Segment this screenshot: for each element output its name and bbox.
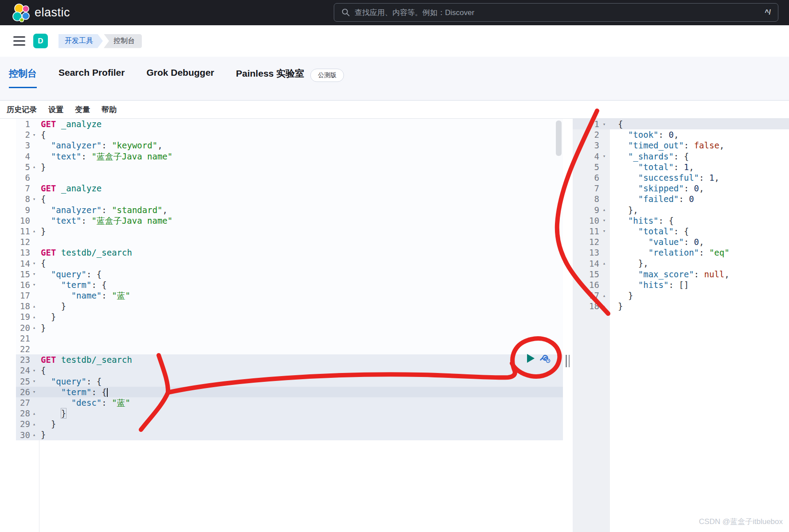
response-line: 12 "value": 0, — [573, 237, 789, 247]
editor-line[interactable]: 8▾{ — [16, 194, 563, 204]
line-number: 27 — [16, 398, 30, 408]
fold-toggle-icon[interactable]: ▾ — [30, 282, 38, 287]
editor-line[interactable]: 29▴ } — [16, 419, 563, 429]
fold-toggle-icon[interactable]: ▾ — [30, 260, 38, 266]
editor-line[interactable]: 9 "analyzer": "standard", — [16, 205, 563, 215]
editor-line[interactable]: 4 "text": "蓝盒子Java name" — [16, 151, 563, 162]
fold-toggle-icon[interactable]: ▾ — [599, 217, 609, 223]
fold-toggle-icon[interactable]: ▾ — [599, 121, 609, 127]
line-number: 15 — [16, 269, 30, 279]
response-viewer[interactable]: 1▾{2 "took": 0,3 "timed_out": false,4▾ "… — [573, 119, 789, 311]
editor-line[interactable]: 28▴ } — [16, 408, 563, 419]
request-editor[interactable]: 1GET _analyze2▾{3 "analyzer": "keyword",… — [16, 119, 563, 440]
fold-toggle-icon[interactable]: ▴ — [599, 260, 609, 266]
fold-toggle-icon[interactable]: ▾ — [30, 389, 38, 395]
tab-painless-lab[interactable]: Painless 实验室 — [236, 67, 304, 87]
help-link[interactable]: 帮助 — [102, 105, 117, 115]
settings-link[interactable]: 设置 — [48, 105, 63, 115]
code-text: "hits": { — [609, 215, 789, 226]
editor-line[interactable]: 22 — [16, 344, 563, 354]
fold-toggle-icon[interactable]: ▴ — [30, 314, 38, 320]
editor-line[interactable]: 14▾{ — [16, 258, 563, 268]
editor-line[interactable]: 17 "name": "蓝" — [16, 290, 563, 301]
fold-toggle-icon[interactable]: ▴ — [599, 207, 609, 213]
line-number: 5 — [573, 162, 599, 172]
code-text: "name": "蓝" — [38, 290, 563, 301]
editor-line[interactable]: 21 — [16, 333, 563, 344]
fold-toggle-icon[interactable]: ▾ — [30, 132, 38, 138]
editor-line[interactable]: 26▾ "term": { — [16, 387, 563, 397]
line-number: 30 — [16, 430, 30, 440]
editor-line[interactable]: 24▾{ — [16, 365, 563, 376]
fold-toggle-icon[interactable]: ▴ — [30, 228, 38, 234]
code-text: "successful": 1, — [609, 172, 789, 183]
editor-line[interactable]: 3 "analyzer": "keyword", — [16, 140, 563, 151]
elastic-logo[interactable]: elastic — [12, 4, 70, 22]
csdn-watermark: CSDN @蓝盒子itbluebox — [699, 516, 783, 527]
fold-toggle-icon[interactable]: ▴ — [30, 303, 38, 309]
editor-scrollbar[interactable] — [556, 120, 562, 156]
code-text: { — [38, 194, 563, 204]
fold-toggle-icon[interactable]: ▴ — [30, 325, 38, 330]
panel-resize-handle[interactable] — [566, 355, 570, 367]
fold-toggle-icon[interactable]: ▾ — [599, 153, 609, 159]
editor-line[interactable]: 1GET _analyze — [16, 119, 563, 129]
response-line: 8 "failed": 0 — [573, 194, 789, 204]
editor-line[interactable]: 18▴ } — [16, 301, 563, 311]
tab-grok-debugger[interactable]: Grok Debugger — [146, 67, 214, 85]
tab-console[interactable]: 控制台 — [9, 67, 37, 88]
line-number: 20 — [16, 323, 30, 333]
code-text: "max_score": null, — [609, 269, 789, 280]
response-line: 11▾ "total": { — [573, 226, 789, 237]
tab-search-profiler[interactable]: Search Profiler — [59, 67, 125, 85]
fold-toggle-icon[interactable]: ▴ — [30, 411, 38, 416]
fold-toggle-icon[interactable]: ▴ — [30, 432, 38, 438]
line-number: 14 — [16, 259, 30, 268]
code-text: "skipped": 0, — [609, 183, 789, 194]
editor-line[interactable]: 12 — [16, 237, 563, 247]
editor-line[interactable]: 25▾ "query": { — [16, 376, 563, 387]
variables-link[interactable]: 变量 — [75, 105, 90, 115]
fold-toggle-icon[interactable]: ▾ — [30, 368, 38, 373]
code-text: { — [609, 119, 789, 129]
breadcrumb-dev-tools[interactable]: 开发工具 — [59, 34, 103, 48]
editor-line[interactable]: 20▴} — [16, 322, 563, 333]
editor-line[interactable]: 30▴} — [16, 429, 563, 440]
search-placeholder: 查找应用、内容等。例如：Discover — [355, 8, 765, 18]
editor-line[interactable]: 5▴} — [16, 162, 563, 172]
editor-line[interactable]: 11▴} — [16, 226, 563, 237]
editor-line[interactable]: 13GET testdb/_search — [16, 247, 563, 258]
request-options-wrench-icon[interactable] — [539, 351, 551, 365]
editor-line[interactable]: 2▾{ — [16, 129, 563, 140]
editor-line[interactable]: 10 "text": "蓝盒子Java name" — [16, 215, 563, 226]
code-text: "_shards": { — [609, 151, 789, 162]
line-number: 3 — [16, 140, 30, 150]
line-number: 16 — [16, 280, 30, 290]
fold-toggle-icon[interactable]: ▾ — [30, 378, 38, 384]
code-text: } — [38, 408, 563, 419]
editor-line[interactable]: 15▾ "query": { — [16, 269, 563, 280]
response-line: 6 "successful": 1, — [573, 172, 789, 183]
global-search-input[interactable]: 查找应用、内容等。例如：Discover ^/ — [334, 3, 778, 22]
editor-line[interactable]: 7GET _analyze — [16, 183, 563, 194]
space-avatar[interactable]: D — [33, 34, 48, 48]
editor-line[interactable]: 6 — [16, 172, 563, 183]
fold-toggle-icon[interactable]: ▴ — [30, 164, 38, 170]
fold-toggle-icon[interactable]: ▴ — [599, 303, 609, 309]
fold-toggle-icon[interactable]: ▴ — [599, 293, 609, 299]
menu-icon[interactable] — [13, 34, 25, 48]
editor-line[interactable]: 23GET testdb/_search — [16, 354, 563, 365]
fold-toggle-icon[interactable]: ▾ — [30, 196, 38, 202]
fold-toggle-icon[interactable]: ▾ — [599, 228, 609, 234]
code-text: "total": 1, — [609, 162, 789, 172]
fold-toggle-icon[interactable]: ▴ — [30, 421, 38, 427]
editor-line[interactable]: 16▾ "term": { — [16, 280, 563, 290]
editor-line[interactable]: 19▴ } — [16, 311, 563, 322]
line-number: 29 — [16, 419, 30, 429]
history-link[interactable]: 历史记录 — [7, 105, 37, 115]
line-number: 12 — [16, 237, 30, 247]
send-request-button[interactable] — [527, 354, 535, 363]
line-number: 9 — [573, 205, 599, 215]
editor-line[interactable]: 27 "desc": "蓝" — [16, 397, 563, 408]
fold-toggle-icon[interactable]: ▾ — [30, 271, 38, 277]
